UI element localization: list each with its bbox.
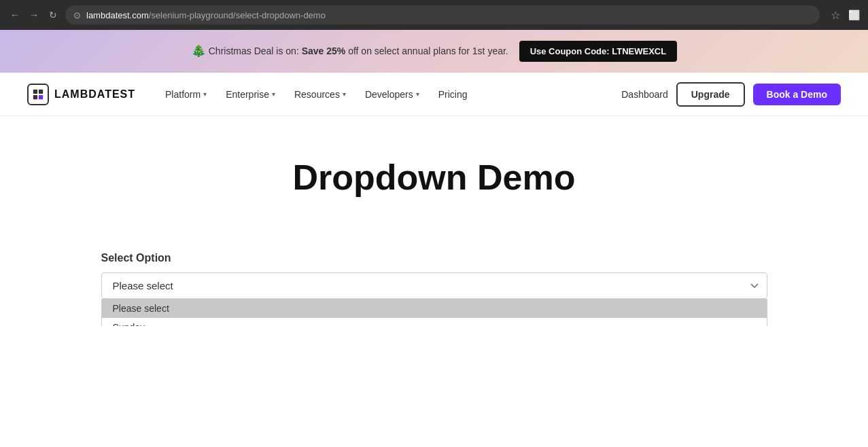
bookmark-icon[interactable]: ☆ (831, 9, 840, 22)
resources-label: Resources (294, 89, 340, 100)
browser-chrome: ← → ↻ ⊙ lambdatest.com/selenium-playgrou… (0, 0, 868, 30)
nav-developers[interactable]: Developers ▾ (357, 84, 428, 105)
main-content: Dropdown Demo Select Option Please selec… (0, 116, 868, 326)
banner-highlight: Save 25% (302, 46, 346, 56)
pricing-label: Pricing (438, 89, 468, 100)
security-icon: ⊙ (73, 10, 81, 20)
developers-label: Developers (365, 89, 413, 100)
dropdown-select[interactable]: Please selectSundayMondayTuesdayWednesda… (101, 272, 767, 299)
resources-chevron-icon: ▾ (343, 90, 346, 98)
nav-resources[interactable]: Resources ▾ (286, 84, 354, 105)
dropdown-option-sunday[interactable]: Sunday (102, 318, 767, 326)
page-title: Dropdown Demo (27, 157, 841, 198)
dashboard-link[interactable]: Dashboard (621, 89, 668, 100)
logo-text: LAMBDATEST (54, 88, 135, 101)
book-demo-button[interactable]: Book a Demo (753, 84, 841, 105)
url-text: lambdatest.com/selenium-playground/selec… (86, 10, 326, 20)
nav-enterprise[interactable]: Enterprise ▾ (218, 84, 283, 105)
banner-emoji: 🎄 (191, 43, 206, 57)
forward-button[interactable]: → (27, 8, 41, 22)
coupon-button[interactable]: Use Coupon Code: LTNEWEXCL (519, 41, 678, 62)
platform-chevron-icon: ▾ (203, 90, 207, 98)
nav-pricing[interactable]: Pricing (430, 84, 476, 105)
upgrade-button[interactable]: Upgrade (676, 82, 745, 107)
address-bar[interactable]: ⊙ lambdatest.com/selenium-playground/sel… (65, 5, 820, 24)
banner-text-post: off on select annual plans for 1st year. (348, 46, 508, 56)
enterprise-chevron-icon: ▾ (272, 90, 275, 98)
svg-rect-3 (39, 94, 43, 99)
select-section: Select Option Please selectSundayMondayT… (60, 252, 808, 299)
svg-rect-2 (33, 94, 37, 99)
refresh-button[interactable]: ↻ (46, 8, 60, 22)
select-label: Select Option (101, 252, 767, 264)
developers-chevron-icon: ▾ (416, 90, 419, 98)
dropdown-open-list: Please selectSundayMondayTuesdayWednesda… (101, 299, 767, 326)
navbar: LAMBDATEST Platform ▾ Enterprise ▾ Resou… (0, 73, 868, 116)
svg-rect-0 (33, 89, 37, 93)
logo-icon (27, 84, 49, 105)
new-tab-icon[interactable]: ⬜ (848, 10, 860, 20)
nav-actions: Dashboard Upgrade Book a Demo (621, 82, 841, 107)
platform-label: Platform (165, 89, 201, 100)
banner-text-pre: Christmas Deal is on: (209, 46, 302, 56)
promo-banner: 🎄 Christmas Deal is on: Save 25% off on … (0, 30, 868, 73)
select-wrapper: Please selectSundayMondayTuesdayWednesda… (101, 272, 767, 299)
nav-platform[interactable]: Platform ▾ (157, 84, 215, 105)
svg-rect-1 (39, 89, 43, 93)
enterprise-label: Enterprise (226, 89, 269, 100)
back-button[interactable]: ← (8, 8, 22, 22)
nav-links: Platform ▾ Enterprise ▾ Resources ▾ Deve… (157, 84, 621, 105)
logo[interactable]: LAMBDATEST (27, 84, 135, 105)
dropdown-option-please_select[interactable]: Please select (102, 299, 767, 318)
